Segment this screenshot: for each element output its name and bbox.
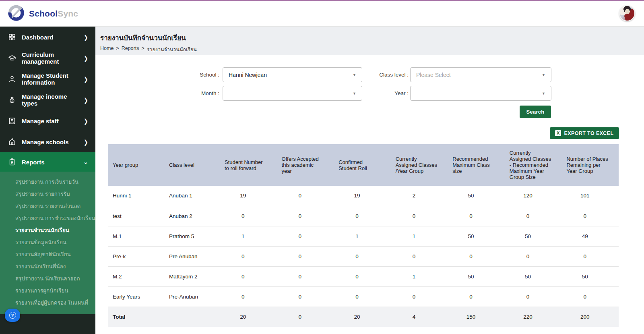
cell-value: 0 xyxy=(334,246,391,266)
header-assigned-recommended-max: Currently Assigned Classes - Recommended… xyxy=(505,144,562,186)
help-button[interactable]: ? xyxy=(5,309,20,322)
sidebar-item-label: Manage staff xyxy=(22,118,59,124)
brand-name-primary: School xyxy=(29,9,58,18)
class-level-select[interactable]: Please Select ▼ xyxy=(410,67,551,82)
submenu-item-student-siblings-report[interactable]: รายงานนักเรียนพี่น้อง xyxy=(0,260,95,272)
cell-year-group: test xyxy=(108,206,164,226)
cell-value: 50 xyxy=(448,266,505,286)
breadcrumb-separator: > xyxy=(141,46,144,54)
total-value: 20 xyxy=(220,307,277,327)
cell-year-group: M.1 xyxy=(108,226,164,246)
cell-value: 0 xyxy=(220,206,277,226)
cell-value: 50 xyxy=(505,226,562,246)
cell-value: 0 xyxy=(220,286,277,307)
cell-value: 0 xyxy=(391,246,448,266)
submenu-item-daily-finance-summary[interactable]: สรุปรายงาน การเงินรายวัน xyxy=(0,176,95,188)
year-select[interactable]: ▼ xyxy=(410,86,551,101)
sidebar-item-manage-income-types[interactable]: Manage income types ❯ xyxy=(0,89,95,110)
export-to-excel-button[interactable]: X EXPORT TO EXCEL xyxy=(550,127,619,139)
app-screen: SchoolSync Dashboard ❯ Curriculum manage… xyxy=(0,0,644,334)
cell-value: 50 xyxy=(448,186,505,206)
cell-class-level: Anuban 2 xyxy=(164,206,220,226)
cell-value: 0 xyxy=(334,266,391,286)
sidebar-item-curriculum-management[interactable]: Curriculum management ❯ xyxy=(0,48,95,68)
sidebar-item-reports[interactable]: Reports ⌄ xyxy=(0,152,95,172)
page-header: รายงานบันทึกจำนวนนักเรียน Home > Reports… xyxy=(95,27,644,55)
submenu-item-student-link-report[interactable]: รายงานการผูกนักเรียน xyxy=(0,284,95,297)
header-offers-accepted: Offers Accepted this academic year xyxy=(277,144,334,186)
school-select[interactable]: Hanni Newjean ▼ xyxy=(223,67,362,82)
cell-class-level: Pre-Anuban xyxy=(164,286,220,307)
cell-value: 0 xyxy=(505,246,562,266)
sidebar-item-manage-student-information[interactable]: Manage Student Information ❯ xyxy=(0,68,95,89)
user-avatar[interactable] xyxy=(619,5,635,21)
month-label: Month : xyxy=(159,86,219,101)
submenu-item-student-withdrawal-summary[interactable]: สรุปรายงาน นักเรียนลาออก xyxy=(0,272,95,284)
page-title: รายงานบันทึกจำนวนนักเรียน xyxy=(100,32,644,43)
cell-value: 0 xyxy=(277,206,334,226)
total-value: 4 xyxy=(391,307,448,327)
header-class-level: Class level xyxy=(164,144,220,186)
sidebar-item-dashboard[interactable]: Dashboard ❯ xyxy=(0,27,95,48)
sidebar-item-manage-schools[interactable]: Manage schools ❯ xyxy=(0,131,95,152)
student-count-table: Year group Class level Student Number to… xyxy=(108,144,619,327)
cell-value: 0 xyxy=(505,286,562,307)
caret-down-icon: ▼ xyxy=(542,91,545,95)
cell-value: 0 xyxy=(448,286,505,307)
table-row: Early Years Pre-Anuban 0 0 0 0 0 0 0 xyxy=(108,286,619,307)
submenu-item-student-payment-summary[interactable]: สรุปรายงาน การชำระของนักเรียน xyxy=(0,212,95,224)
cell-value: 19 xyxy=(220,186,277,206)
cell-value: 0 xyxy=(334,206,391,226)
submenu-item-student-nationality-report[interactable]: รายงานสัญชาตินักเรียน xyxy=(0,248,95,260)
submenu-item-guardian-address-map-report[interactable]: รายงานที่อยู่ผู้ปกครอง ในแผนที่ xyxy=(0,297,95,309)
breadcrumb-current: รายงานจำนวนนักเรียน xyxy=(147,46,197,54)
chevron-right-icon: ❯ xyxy=(84,75,88,82)
submenu-item-discount-report-summary[interactable]: สรุปรายงาน รายงานส่วนลด xyxy=(0,200,95,212)
cell-value: 0 xyxy=(391,206,448,226)
submenu-item-student-count-report[interactable]: รายงานจำนวนนักเรียน xyxy=(0,224,95,236)
table-row: test Anuban 2 0 0 0 0 0 0 0 xyxy=(108,206,619,226)
cell-class-level: Pre Anuban xyxy=(164,246,220,266)
top-bar: SchoolSync xyxy=(0,1,644,27)
dashboard-icon xyxy=(8,33,16,41)
sidebar-item-manage-staff[interactable]: Manage staff ❯ xyxy=(0,110,95,131)
sidebar-item-label: Curriculum management xyxy=(22,51,78,65)
cell-value: 50 xyxy=(448,226,505,246)
breadcrumb-reports[interactable]: Reports xyxy=(122,46,139,54)
chevron-right-icon: ❯ xyxy=(84,138,88,145)
brand-name-secondary: Sync xyxy=(58,9,78,18)
sidebar-item-label: Dashboard xyxy=(22,34,53,41)
brand-logo[interactable]: SchoolSync xyxy=(7,4,78,23)
table-total-row: Total 20 0 20 4 150 220 200 xyxy=(108,307,619,327)
breadcrumb-separator: > xyxy=(116,46,119,54)
excel-icon: X xyxy=(555,130,561,136)
breadcrumb-home[interactable]: Home xyxy=(100,46,114,54)
cell-value: 0 xyxy=(561,246,619,266)
reports-icon xyxy=(8,158,16,166)
export-button-label: EXPORT TO EXCEL xyxy=(564,131,613,136)
submenu-item-student-data-report[interactable]: รายงานข้อมูลนักเรียน xyxy=(0,236,95,248)
cell-value: 49 xyxy=(561,226,619,246)
cell-value: 0 xyxy=(505,206,562,226)
cell-value: 0 xyxy=(448,206,505,226)
table-row: M.1 Prathom 5 1 0 1 1 50 50 49 xyxy=(108,226,619,246)
cell-value: 0 xyxy=(561,206,619,226)
cell-value: 0 xyxy=(277,186,334,206)
cell-value: 0 xyxy=(277,226,334,246)
search-button[interactable]: Search xyxy=(520,106,551,118)
chevron-right-icon: ❯ xyxy=(84,96,88,103)
staff-icon xyxy=(8,117,16,125)
cell-value: 1 xyxy=(391,226,448,246)
month-select[interactable]: ▼ xyxy=(223,86,362,101)
cell-class-level: Anuban 1 xyxy=(164,186,220,206)
cell-class-level: Mattayom 2 xyxy=(164,266,220,286)
cell-value: 1 xyxy=(391,266,448,286)
schools-icon xyxy=(8,138,16,146)
table-row: Pre-k Pre Anuban 0 0 0 0 0 0 0 xyxy=(108,246,619,266)
breadcrumb: Home > Reports > รายงานจำนวนนักเรียน xyxy=(100,46,644,54)
header-assigned-classes: Currently Assigned Classes /Year Group xyxy=(391,144,448,186)
total-value: 220 xyxy=(505,307,562,327)
cell-year-group: Pre-k xyxy=(108,246,164,266)
submenu-item-income-list-summary[interactable]: สรุปรายงาน รายการรับ xyxy=(0,188,95,200)
cell-value: 50 xyxy=(561,266,619,286)
